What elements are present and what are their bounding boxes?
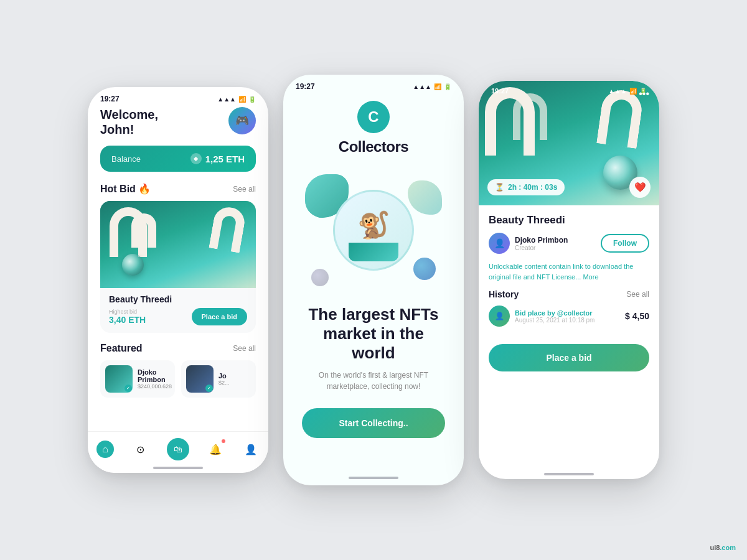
hot-bid-card: Beauty Threedi Highest bid 3,40 ETH Plac… <box>100 201 256 333</box>
hot-bid-title: Hot Bid 🔥 <box>100 183 151 195</box>
time-center: 19:27 <box>296 82 315 91</box>
phone-left: 19:27 ▲▲▲ 📶 🔋 Welcome, John! 🎮 Balance <box>88 87 268 473</box>
status-icons-center: ▲▲▲ 📶 🔋 <box>413 83 451 90</box>
hero-title: The largest NFTs market in the world <box>302 305 445 363</box>
favorite-button[interactable]: ❤️ <box>629 177 651 198</box>
timer-icon: ⏳ <box>495 183 504 192</box>
home-indicator <box>153 467 203 469</box>
place-bid-button[interactable]: Place a bid <box>192 308 247 325</box>
home-icon: ⌂ <box>96 441 114 458</box>
phone-center: 19:27 ▲▲▲ 📶 🔋 C Collectors 🐒 <box>283 75 464 485</box>
bid-label: Highest bid <box>109 309 146 315</box>
collectors-title: Collectors <box>339 138 408 156</box>
nav-home[interactable]: ⌂ <box>96 441 114 458</box>
place-bid-full-button[interactable]: Place a bid <box>489 344 649 371</box>
nav-search[interactable]: ⊙ <box>132 441 149 458</box>
glass-ball <box>122 254 144 276</box>
follow-button[interactable]: Follow <box>601 234 649 253</box>
featured-card-0[interactable]: ✓ Djoko Primbon $240,000.628 <box>100 360 175 398</box>
wifi-icon-r: 📶 <box>629 88 637 95</box>
bid-info: Highest bid 3,40 ETH <box>109 309 146 325</box>
monkey-emoji: 🐒 <box>357 210 390 240</box>
market-icon: 🛍 <box>167 438 189 460</box>
bid-details: Bid place by @collector August 25, 2021 … <box>515 309 620 324</box>
eth-icon: ◈ <box>190 153 202 164</box>
featured-card-1[interactable]: ✓ Jo $2... <box>181 360 256 398</box>
verified-badge-0: ✓ <box>125 385 132 392</box>
featured-name-1: Jo <box>218 372 230 380</box>
welcome-heading: Welcome, John! <box>100 107 158 137</box>
watermark: ui8.com <box>710 544 736 551</box>
hot-bid-header: Hot Bid 🔥 See all <box>100 183 256 195</box>
hero-subtitle: On the world's first & largest NFT marke… <box>305 370 442 392</box>
arch-2 <box>209 205 247 253</box>
nft-hero-image: 19:27 ▲▲▲ 📶 🔋 ••• ⏳ 2h : 40m : 03s <box>479 81 659 205</box>
center-content: C Collectors 🐒 The largest NFTs ma <box>283 95 464 438</box>
balance-card: Balance ◈ 1,25 ETH <box>100 146 256 172</box>
featured-price-0: $240,000.628 <box>138 383 172 390</box>
home-indicator-right <box>544 473 594 475</box>
featured-title: Featured <box>100 343 143 354</box>
signal-icon: ▲▲▲ <box>217 96 236 103</box>
creator-details: Djoko Primbon Creator <box>515 236 568 251</box>
featured-section: Featured See all ✓ Djoko Primbon $240,00… <box>100 343 256 398</box>
battery-icon: 🔋 <box>248 96 256 103</box>
right-info: Beauty Threedi 👤 Djoko Primbon Creator F… <box>479 205 659 335</box>
featured-name-0: Djoko Primbon <box>138 368 172 383</box>
nav-profile[interactable]: 👤 <box>242 441 260 458</box>
time-right: 19:27 <box>491 87 509 95</box>
wifi-icon: 📶 <box>238 96 246 103</box>
showcase-main-circle: 🐒 <box>333 190 414 271</box>
bid-price: $ 4,50 <box>625 311 649 321</box>
status-bar-right: 19:27 ▲▲▲ 📶 🔋 <box>479 81 659 95</box>
creator-row: 👤 Djoko Primbon Creator Follow <box>489 233 649 254</box>
history-header: History See all <box>489 289 649 299</box>
bidder-handle: @collector <box>557 309 593 317</box>
featured-header: Featured See all <box>100 343 256 354</box>
balance-label: Balance <box>111 154 141 164</box>
time-remaining: 2h : 40m : 03s <box>508 183 557 192</box>
description-more[interactable]: More <box>583 273 598 281</box>
history-see-all[interactable]: See all <box>626 290 649 299</box>
logo-circle: C <box>357 101 390 133</box>
signal-icon-c: ▲▲▲ <box>413 83 431 90</box>
home-indicator-center <box>349 477 398 479</box>
search-icon: ⊙ <box>132 441 149 458</box>
nav-market[interactable]: 🛍 <box>167 438 189 460</box>
profile-icon: 👤 <box>242 441 260 458</box>
phone-right: 19:27 ▲▲▲ 📶 🔋 ••• ⏳ 2h : 40m : 03s <box>479 81 659 479</box>
verified-badge-1: ✓ <box>205 385 213 392</box>
arch-scene <box>100 201 256 288</box>
timer-badge: ⏳ 2h : 40m : 03s <box>487 179 565 195</box>
user-avatar[interactable]: 🎮 <box>228 107 256 134</box>
creator-avatar: 👤 <box>489 233 510 254</box>
nft-info: Beauty Threedi Highest bid 3,40 ETH Plac… <box>100 288 256 333</box>
character-base <box>349 243 398 261</box>
featured-price-1: $2... <box>218 380 230 386</box>
more-options-button[interactable]: ••• <box>639 88 649 100</box>
hero-text: The largest NFTs market in the world On … <box>302 305 445 392</box>
bid-history-item: 👤 Bid place by @collector August 25, 202… <box>489 306 649 327</box>
start-collecting-button[interactable]: Start Collecting.. <box>302 408 445 438</box>
timer-heart-row: ⏳ 2h : 40m : 03s ❤️ <box>479 177 659 198</box>
bell-icon: 🔔 <box>207 441 224 458</box>
welcome-row: Welcome, John! 🎮 <box>100 107 256 137</box>
nav-bell[interactable]: 🔔 <box>207 441 224 458</box>
showcase-ball-blue <box>413 258 436 280</box>
arch-3 <box>131 213 156 248</box>
description-text: Unlockable content contain link to downl… <box>489 261 649 282</box>
featured-cards: ✓ Djoko Primbon $240,000.628 ✓ <box>100 360 256 398</box>
bidder-avatar: 👤 <box>489 306 510 327</box>
status-icons-left: ▲▲▲ 📶 🔋 <box>217 96 256 103</box>
featured-see-all[interactable]: See all <box>233 344 256 353</box>
history-title: History <box>489 289 519 299</box>
nft-character: 🐒 <box>349 200 398 261</box>
creator-role: Creator <box>515 245 568 251</box>
showcase-blob-2 <box>408 180 442 215</box>
hot-bid-see-all[interactable]: See all <box>233 185 256 194</box>
featured-info-1: Jo $2... <box>218 372 230 386</box>
nft-title: Beauty Threedi <box>109 294 247 304</box>
balance-amount: ◈ 1,25 ETH <box>190 153 245 164</box>
featured-thumb-0: ✓ <box>105 365 133 393</box>
arch-large-3 <box>513 93 547 140</box>
